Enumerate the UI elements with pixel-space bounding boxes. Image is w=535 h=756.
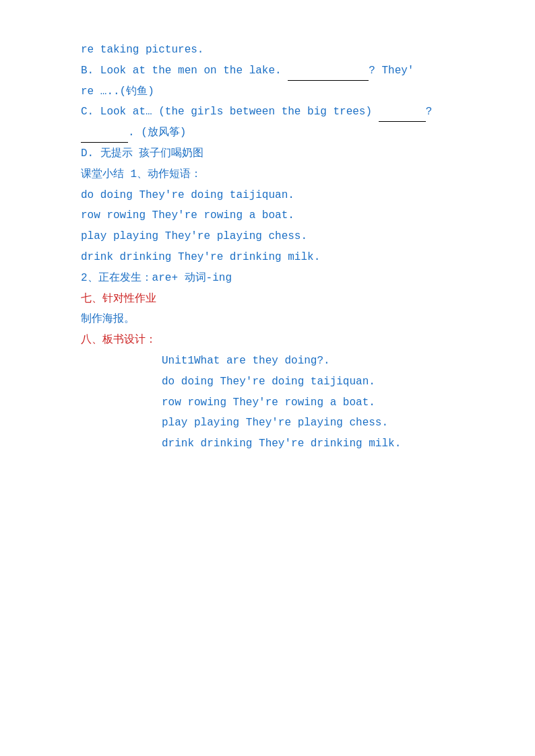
text-line5-suffix: . (放风筝) bbox=[128, 127, 186, 139]
text-row2: row rowing They're rowing a boat. bbox=[81, 209, 294, 221]
text-board-row2: row rowing They're rowing a boat. bbox=[162, 397, 375, 409]
text-section7: 七、针对性作业 bbox=[81, 293, 156, 305]
grammar-note: 2、正在发生：are+ 动词-ing bbox=[81, 269, 454, 288]
board-row2: row rowing They're rowing a boat. bbox=[162, 393, 454, 413]
board-title-line: Unit1What are they doing?. bbox=[162, 351, 454, 371]
text-board-row3: play playing They're playing chess. bbox=[162, 417, 388, 429]
board-row1: do doing They're doing taijiquan. bbox=[162, 372, 454, 392]
text-line1: re taking pictures. bbox=[81, 44, 203, 56]
blank-2 bbox=[379, 110, 426, 123]
section8-header: 八、板书设计： bbox=[81, 331, 454, 350]
text-line4-prefix: C. Look at… (the girls between the big t… bbox=[81, 106, 379, 118]
line-6: D. 无提示 孩子们喝奶图 bbox=[81, 144, 454, 164]
text-row1: do doing They're doing taijiquan. bbox=[81, 189, 294, 201]
board-row4: drink drinking They're drinking milk. bbox=[162, 434, 454, 454]
line-2: B. Look at the men on the lake. ? They' bbox=[81, 61, 454, 81]
line-5: . (放风筝) bbox=[81, 123, 454, 143]
text-grammar-note: 2、正在发生：are+ 动词-ing bbox=[81, 272, 232, 284]
text-board-title: Unit1What are they doing?. bbox=[162, 355, 330, 367]
blank-3 bbox=[81, 131, 128, 143]
text-board-row1: do doing They're doing taijiquan. bbox=[162, 376, 375, 388]
section-label: 课堂小结 1、动作短语： bbox=[81, 165, 454, 184]
text-line3: re …..(钓鱼) bbox=[81, 85, 154, 98]
board-block: Unit1What are they doing?. do doing They… bbox=[81, 351, 454, 454]
line-4: C. Look at… (the girls between the big t… bbox=[81, 102, 454, 122]
section7-header: 七、针对性作业 bbox=[81, 289, 454, 309]
text-row3: play playing They're playing chess. bbox=[81, 230, 307, 242]
text-line2-suffix: ? They' bbox=[369, 65, 414, 77]
text-section8: 八、板书设计： bbox=[81, 334, 156, 346]
text-line6: D. 无提示 孩子们喝奶图 bbox=[81, 147, 203, 160]
text-line2-prefix: B. Look at the men on the lake. bbox=[81, 65, 288, 77]
text-board-row4: drink drinking They're drinking milk. bbox=[162, 438, 401, 450]
row4: drink drinking They're drinking milk. bbox=[81, 248, 454, 267]
blank-1 bbox=[288, 69, 369, 81]
row3: play playing They're playing chess. bbox=[81, 227, 454, 246]
text-section7-content: 制作海报。 bbox=[81, 313, 135, 325]
line-3: re …..(钓鱼) bbox=[81, 82, 454, 102]
text-section-label: 课堂小结 1、动作短语： bbox=[81, 168, 201, 180]
row2: row rowing They're rowing a boat. bbox=[81, 206, 454, 226]
line-1: re taking pictures. bbox=[81, 40, 454, 60]
section7-content: 制作海报。 bbox=[81, 310, 454, 329]
text-row4: drink drinking They're drinking milk. bbox=[81, 251, 320, 263]
content: re taking pictures. B. Look at the men o… bbox=[81, 40, 454, 454]
board-row3: play playing They're playing chess. bbox=[162, 413, 454, 433]
text-line4-suffix: ? bbox=[426, 106, 433, 118]
page: re taking pictures. B. Look at the men o… bbox=[0, 0, 535, 756]
row1: do doing They're doing taijiquan. bbox=[81, 186, 454, 205]
